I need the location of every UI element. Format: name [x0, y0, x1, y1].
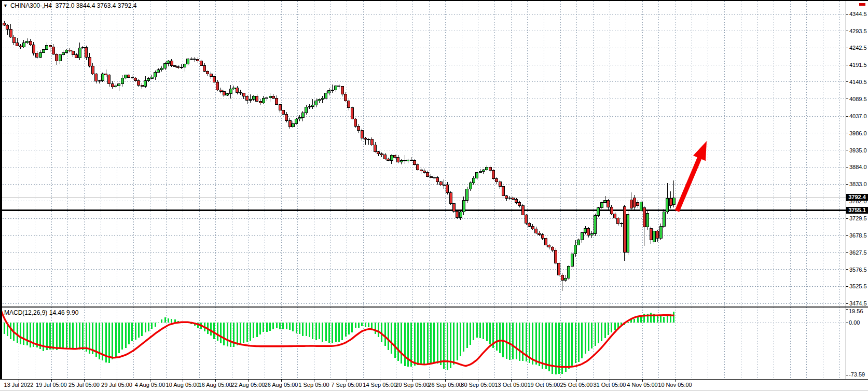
window-border-top	[0, 0, 868, 1]
candle-bear	[535, 229, 538, 233]
price-axis-label: 3729.5	[849, 215, 868, 222]
macd-axis-label: -73.59	[849, 371, 868, 378]
candle-bull	[469, 183, 472, 189]
candle-bull	[564, 278, 567, 280]
candle-bear	[36, 53, 38, 58]
candle-bull	[581, 233, 583, 240]
candle-bear	[656, 231, 659, 239]
candle-bear	[518, 203, 521, 206]
candle-bull	[59, 55, 61, 61]
macd-axis-label: 0.00	[849, 319, 868, 326]
candle-bull	[154, 72, 157, 77]
macd-signal-value: 9.90	[66, 309, 78, 316]
candle-bull	[311, 105, 314, 106]
candle-bull	[98, 80, 101, 81]
candle-bear	[213, 77, 215, 82]
candle-bull	[335, 86, 337, 90]
candle-bull	[62, 52, 64, 55]
candle-bull	[150, 77, 153, 79]
candle-bull	[266, 98, 268, 99]
price-axis-label: 3935.0	[849, 147, 868, 154]
candle-bear	[105, 74, 107, 75]
candle-bull	[367, 139, 370, 139]
candle-bear	[439, 182, 442, 185]
candle-bear	[203, 65, 206, 71]
candle-bull	[666, 199, 669, 212]
candle-bear	[285, 115, 288, 120]
candle-bull	[584, 229, 587, 233]
candle-bear	[68, 50, 71, 51]
candle-bear	[239, 92, 242, 93]
candle-bear	[377, 151, 380, 154]
time-axis-label: 29 Jul 05:00	[101, 382, 132, 388]
candle-bull	[594, 215, 597, 233]
candle-bull	[78, 48, 81, 58]
time-axis-label: 13 Oct 05:00	[495, 382, 528, 388]
candle-bear	[256, 96, 258, 102]
macd-axis-label: 19.56	[849, 308, 868, 315]
time-axis-label: 7 Sep 05:00	[331, 382, 362, 388]
candle-bull	[144, 80, 147, 87]
candle-bear	[49, 45, 51, 47]
candle-bear	[430, 176, 432, 178]
candle-bear	[219, 90, 222, 92]
candle-bull	[249, 99, 252, 100]
candle-bull	[476, 173, 478, 178]
candle-bull	[301, 113, 304, 117]
candle-bull	[46, 45, 48, 50]
price-chart-canvas[interactable]	[0, 0, 868, 391]
candle-bear	[9, 29, 12, 37]
candle-bull	[672, 198, 675, 204]
candle-bear	[91, 66, 94, 74]
candle-bear	[502, 187, 504, 196]
candle-bull	[400, 161, 403, 162]
price-axis-label: 3627.5	[849, 249, 868, 256]
candle-bull	[167, 61, 170, 64]
candle-bear	[512, 198, 514, 200]
symbol-dropdown-icon[interactable]: ▼	[3, 3, 8, 8]
candle-bear	[452, 204, 455, 211]
candle-bull	[190, 59, 192, 59]
candle-bear	[525, 215, 528, 224]
time-axis-label: 26 Sep 05:00	[428, 382, 462, 388]
candle-bear	[12, 37, 15, 43]
candle-bear	[414, 161, 416, 165]
candle-bear	[528, 224, 531, 227]
candle-bull	[390, 156, 393, 161]
candle-bull	[125, 75, 127, 78]
candle-bear	[351, 108, 353, 119]
candle-bull	[160, 68, 163, 70]
candle-bear	[384, 155, 387, 159]
time-axis-label: 25 Jul 05:00	[68, 382, 100, 388]
time-axis-label: 22 Aug 05:00	[231, 382, 265, 388]
symbol-period-label: CHINA300-,H4	[10, 2, 52, 9]
candle-bear	[3, 23, 6, 25]
time-axis-label: 4 Aug 05:00	[135, 382, 166, 388]
candle-bear	[623, 207, 626, 253]
price-axis-label: 3474.5	[849, 300, 868, 307]
candle-bull	[571, 254, 573, 266]
candle-bull	[292, 123, 294, 127]
candle-bull	[229, 89, 232, 93]
candle-bear	[137, 81, 140, 86]
candle-bear	[32, 45, 35, 53]
candle-bear	[420, 170, 422, 171]
candle-bear	[505, 196, 508, 198]
candle-bull	[646, 214, 649, 227]
candle-bear	[141, 86, 143, 87]
candle-bear	[216, 82, 219, 90]
candle-bull	[640, 202, 642, 211]
candle-bear	[345, 94, 347, 101]
candle-bull	[443, 185, 445, 185]
candle-bear	[341, 87, 343, 94]
time-axis-label: 16 Aug 05:00	[199, 382, 232, 388]
chart-window: ▼CHINA300-,H4 3772.0 3844.4 3763.4 3792.…	[0, 0, 868, 391]
candle-bull	[574, 245, 577, 254]
candle-bull	[321, 98, 324, 99]
candle-bear	[177, 67, 180, 67]
candle-bear	[404, 161, 406, 161]
price-axis-label: 3986.0	[849, 130, 868, 137]
candle-bear	[282, 110, 284, 115]
price-axis-label: 4037.0	[849, 113, 868, 120]
candle-bull	[184, 64, 186, 67]
